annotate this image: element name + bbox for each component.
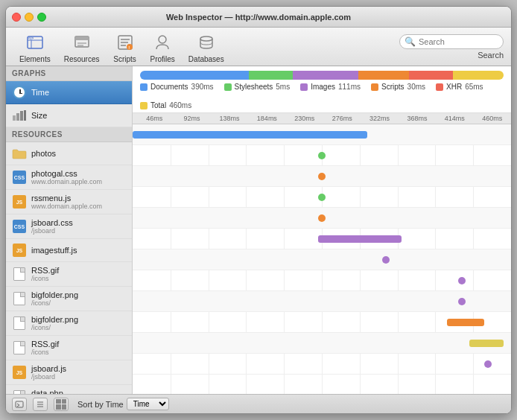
resources-section-header: RESOURCES	[6, 127, 132, 142]
legend-label-total: Total	[150, 101, 166, 109]
sidebar-item-photogal[interactable]: CSS photogal.css www.domain.apple.com	[6, 165, 132, 190]
databases-icon	[194, 31, 218, 54]
bar-area-data-php	[133, 333, 511, 353]
jsboard-js-sub: /jsboard	[31, 373, 66, 381]
folder-icon	[12, 146, 27, 161]
timeline-bar-jsboard-js	[447, 319, 485, 326]
profiles-toolbar-button[interactable]: Profiles	[145, 28, 181, 66]
svg-text:</>: </>	[28, 36, 34, 40]
color-segment-documents	[140, 71, 249, 80]
legend-label-documents: Documents	[150, 83, 188, 91]
sort-control[interactable]: Sort by Time Time Size Name	[77, 398, 169, 410]
zoom-button[interactable]	[37, 13, 46, 22]
profiles-label: Profiles	[150, 55, 175, 63]
databases-toolbar-button[interactable]: Databases	[183, 28, 230, 66]
dot-rssmenu	[318, 173, 326, 180]
sidebar-item-bigfolder2[interactable]: bigfolder.png /icons/	[6, 311, 132, 336]
img-icon-rss	[12, 267, 27, 281]
list-view-button[interactable]	[33, 398, 48, 411]
table-row[interactable]	[133, 166, 511, 187]
tick-7: 368ms	[399, 115, 436, 122]
table-row[interactable]	[133, 229, 511, 249]
svg-rect-5	[75, 36, 89, 40]
legend-images: Images 111ms	[300, 83, 361, 91]
rss2-gif-sub: /icons	[31, 349, 59, 356]
legend-label-xhr: XHR	[446, 83, 462, 91]
resources-toolbar-button[interactable]: Resources	[58, 28, 106, 66]
legend-dot-scripts	[371, 83, 378, 91]
search-input[interactable]	[419, 37, 501, 46]
size-icon	[12, 108, 27, 123]
tick-3: 184ms	[248, 115, 285, 122]
table-row[interactable]	[133, 145, 511, 166]
svg-point-15	[200, 36, 212, 41]
search-box[interactable]: 🔍	[399, 34, 504, 49]
table-row[interactable]	[133, 249, 511, 270]
color-segment-total	[453, 71, 504, 80]
legend-time-images: 111ms	[338, 83, 361, 91]
table-row[interactable]	[133, 354, 511, 375]
sidebar-item-photos[interactable]: photos	[6, 142, 132, 165]
legend-time-xhr: 65ms	[465, 83, 483, 91]
table-row[interactable]	[133, 208, 511, 229]
sidebar-item-rssmenu[interactable]: JS rssmenu.js www.domain.apple.com	[6, 190, 132, 214]
timeline-bar-rss-gif	[318, 235, 402, 243]
css-icon: CSS	[12, 170, 27, 185]
sidebar-item-time[interactable]: Time	[6, 81, 132, 104]
sidebar-item-bigfolder1[interactable]: bigfolder.png /icons/	[6, 287, 132, 311]
sidebar-item-imagestuff[interactable]: JS imagestuff.js	[6, 239, 132, 262]
timeline-header: 46ms 92ms 138ms 184ms 230ms 276ms 322ms …	[133, 113, 511, 124]
jsboard-js-name: jsboard.js	[31, 364, 66, 373]
sidebar-item-data-php[interactable]: data.php /jsboard	[6, 385, 132, 394]
scripts-icon: !	[113, 31, 137, 54]
legend-label-scripts: Scripts	[381, 83, 405, 91]
legend-total: Total 460ms	[140, 101, 191, 109]
bar-area-imagestuff	[133, 208, 511, 228]
svg-rect-17	[16, 113, 19, 121]
elements-toolbar-button[interactable]: </> Elements	[13, 28, 57, 66]
timeline-body[interactable]	[133, 124, 511, 394]
css-icon-jsboard: CSS	[12, 219, 27, 234]
bar-area-disc-closed	[133, 354, 511, 374]
console-button[interactable]	[12, 398, 27, 411]
imagestuff-name: imagestuff.js	[31, 246, 77, 255]
sidebar-item-jsboard-js[interactable]: JS jsboard.js /jsboard	[6, 360, 132, 385]
img-icon-bigfolder1	[12, 291, 27, 306]
titlebar: Web Inspector — http://www.domain.apple.…	[6, 7, 511, 28]
sort-select[interactable]: Time Size Name	[127, 398, 169, 410]
main-content: GRAPHS Time Size	[6, 66, 511, 394]
sidebar-item-rss2-gif[interactable]: RSS.gif /icons	[6, 336, 132, 360]
rssmenu-sub: www.domain.apple.com	[31, 203, 102, 210]
table-row[interactable]	[133, 291, 511, 312]
tick-8: 414ms	[436, 115, 473, 122]
sidebar-item-jsboard-css[interactable]: CSS jsboard.css /jsboard	[6, 214, 132, 239]
rss2-gif-name: RSS.gif	[31, 340, 59, 349]
legend-dot-documents	[140, 83, 148, 91]
table-row[interactable]	[133, 124, 511, 145]
svg-line-22	[17, 405, 19, 407]
sidebar-item-rss-gif[interactable]: RSS.gif /icons	[6, 262, 132, 287]
table-row[interactable]	[133, 270, 511, 291]
minimize-button[interactable]	[25, 13, 34, 22]
legend-xhr: XHR 65ms	[436, 83, 483, 91]
legend-documents: Documents 390ms	[140, 83, 214, 91]
photogal-sub: www.domain.apple.com	[31, 178, 102, 185]
dot-imagestuff	[318, 214, 326, 222]
close-button[interactable]	[12, 13, 21, 22]
data-php-name: data.php	[31, 389, 63, 394]
legend-time-scripts: 30ms	[407, 83, 425, 91]
databases-label: Databases	[188, 55, 224, 63]
jsboard-css-name: jsboard.css	[31, 218, 73, 227]
sidebar-item-size[interactable]: Size	[6, 104, 132, 127]
svg-rect-18	[20, 111, 23, 121]
tick-1: 92ms	[173, 115, 210, 122]
bigfolder2-name: bigfolder.png	[31, 315, 78, 324]
table-row[interactable]	[133, 187, 511, 208]
grid-view-button[interactable]	[54, 398, 69, 411]
jsboard-css-sub: /jsboard	[31, 227, 73, 235]
rss-gif-sub: /icons	[31, 275, 59, 282]
table-row[interactable]	[133, 333, 511, 354]
scripts-toolbar-button[interactable]: ! Scripts	[107, 28, 143, 66]
legend-bar: Documents 390ms Stylesheets 5ms Images 1…	[133, 66, 511, 113]
table-row[interactable]	[133, 312, 511, 333]
